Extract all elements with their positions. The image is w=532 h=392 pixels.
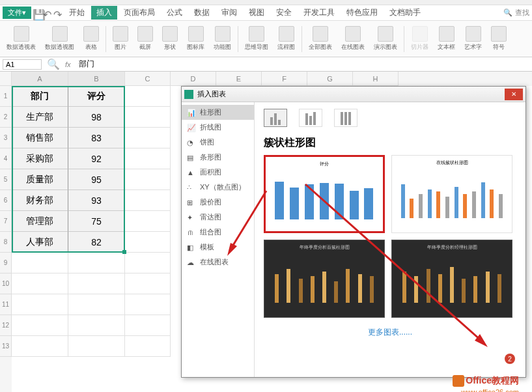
cell[interactable]: 采购部 xyxy=(12,148,68,169)
zoom-icon[interactable]: 🔍 xyxy=(47,58,60,70)
ribbon-table[interactable]: 表格 xyxy=(81,26,102,51)
row-header[interactable]: 5 xyxy=(0,169,12,190)
row-header[interactable]: 3 xyxy=(0,128,12,148)
chart-type-list: 📊柱形图 📈折线图 ◔饼图 ▤条形图 ▲面积图 ∴XY（散点图） ⊞股价图 ✦雷… xyxy=(182,102,255,377)
cell[interactable]: 质量部 xyxy=(12,169,68,190)
chart-type-bar[interactable]: ▤条形图 xyxy=(182,150,254,165)
tab-special[interactable]: 特色应用 xyxy=(341,6,383,20)
row-header[interactable]: 11 xyxy=(0,294,12,315)
cell[interactable]: 生产部 xyxy=(12,107,68,128)
search-box[interactable]: 🔍 查找 xyxy=(503,8,529,18)
chart-type-radar[interactable]: ✦雷达图 xyxy=(182,210,254,225)
row-header[interactable]: 2 xyxy=(0,107,12,128)
ribbon-textbox[interactable]: 文本框 xyxy=(435,26,458,51)
row-header[interactable]: 7 xyxy=(0,211,12,232)
preview-card[interactable]: 年终季度分析经理柱形图 xyxy=(391,240,512,318)
chart-type-scatter[interactable]: ∴XY（散点图） xyxy=(182,180,254,195)
close-button[interactable]: ✕ xyxy=(505,89,523,100)
formula-input[interactable]: 部门 xyxy=(76,58,529,70)
ribbon-mindmap[interactable]: 思维导图 xyxy=(242,26,271,51)
col-header[interactable]: B xyxy=(68,72,125,86)
cell[interactable]: 部门 xyxy=(12,86,68,107)
tab-formula[interactable]: 公式 xyxy=(161,6,188,20)
chart-type-online[interactable]: ☁在线图表 xyxy=(182,255,254,270)
chart-type-line[interactable]: 📈折线图 xyxy=(182,120,254,135)
ribbon-slicer[interactable]: 切片器 xyxy=(408,26,431,51)
cell[interactable]: 83 xyxy=(68,128,125,148)
subtype-stacked[interactable] xyxy=(299,109,322,127)
row-header[interactable]: 6 xyxy=(0,190,12,211)
qat-undo-icon[interactable]: ↶ xyxy=(43,8,52,18)
tab-security[interactable]: 安全 xyxy=(271,6,297,20)
qat-redo-icon[interactable]: ↷ xyxy=(53,8,63,18)
row-header[interactable]: 10 xyxy=(0,273,12,294)
cell[interactable]: 管理部 xyxy=(12,211,68,232)
col-header[interactable]: H xyxy=(353,72,399,86)
cell[interactable]: 评分 xyxy=(68,86,125,107)
tab-dev[interactable]: 开发工具 xyxy=(298,6,340,20)
fx-label[interactable]: fx xyxy=(65,61,71,68)
ribbon-picture[interactable]: 图片 xyxy=(110,26,131,51)
ribbon-pivottable[interactable]: 数据透视表 xyxy=(4,26,38,51)
ribbon-shapes[interactable]: 形状 xyxy=(160,26,180,51)
ribbon-pivotchart[interactable]: 数据透视图 xyxy=(42,26,77,51)
preview-card[interactable]: 年终季度分析百簇柱形图 xyxy=(264,240,385,318)
cell[interactable]: 98 xyxy=(68,107,125,128)
col-header[interactable]: C xyxy=(125,72,171,86)
tab-insert[interactable]: 插入 xyxy=(91,6,117,20)
cell[interactable]: 95 xyxy=(68,169,125,190)
line-chart-icon: 📈 xyxy=(187,124,196,132)
cell[interactable]: 82 xyxy=(68,232,125,253)
row-header[interactable]: 8 xyxy=(0,232,12,253)
chart-type-stock[interactable]: ⊞股价图 xyxy=(182,195,254,210)
tab-data[interactable]: 数据 xyxy=(189,6,215,20)
col-header[interactable]: A xyxy=(12,72,68,86)
cell[interactable]: 财务部 xyxy=(12,190,68,211)
qat-save-icon[interactable]: 💾 xyxy=(33,8,42,18)
row-header[interactable]: 9 xyxy=(0,253,12,273)
preview-card-title: 在线簇状柱形图 xyxy=(396,160,508,166)
ribbon-flowchart[interactable]: 流程图 xyxy=(275,26,298,51)
file-menu[interactable]: 文件 ▾ xyxy=(3,7,31,19)
radar-chart-icon: ✦ xyxy=(187,214,196,221)
ribbon-iconlib[interactable]: 图标库 xyxy=(184,26,207,51)
tab-layout[interactable]: 页面布局 xyxy=(119,6,160,20)
row-header[interactable]: 12 xyxy=(0,315,12,336)
chart-type-combo[interactable]: ⫙组合图 xyxy=(182,225,254,240)
ribbon-democharts[interactable]: 演示图表 xyxy=(371,26,400,51)
col-header[interactable]: F xyxy=(262,72,307,86)
subtype-100stacked[interactable] xyxy=(334,109,357,127)
ribbon-funcchart[interactable]: 功能图 xyxy=(211,26,234,51)
row-header[interactable]: 13 xyxy=(0,336,12,357)
cell[interactable]: 人事部 xyxy=(12,232,68,253)
row-header[interactable]: 4 xyxy=(0,148,12,169)
cell[interactable]: 93 xyxy=(68,190,125,211)
preview-card[interactable]: 在线簇状柱形图 xyxy=(391,155,512,233)
ribbon-symbol[interactable]: 符号 xyxy=(488,26,509,51)
ribbon-screenshot[interactable]: 截屏 xyxy=(135,26,156,51)
ribbon-allcharts[interactable]: 全部图表 xyxy=(306,26,335,51)
col-header[interactable]: D xyxy=(171,72,216,86)
tab-start[interactable]: 开始 xyxy=(64,6,90,20)
cell[interactable]: 92 xyxy=(68,148,125,169)
row-header[interactable]: 1 xyxy=(0,86,12,107)
ribbon-wordart[interactable]: 艺术字 xyxy=(462,26,484,51)
ribbon-onlinecharts[interactable]: 在线图表 xyxy=(339,26,367,51)
name-box[interactable] xyxy=(3,59,42,70)
col-header[interactable]: G xyxy=(307,72,353,86)
select-all-corner[interactable] xyxy=(0,72,12,86)
tab-view[interactable]: 视图 xyxy=(244,6,270,20)
subtype-clustered[interactable] xyxy=(264,109,287,127)
col-header[interactable]: E xyxy=(216,72,262,86)
more-charts-link[interactable]: 更多图表...... xyxy=(264,327,516,338)
cell[interactable]: 销售部 xyxy=(12,128,68,148)
cell[interactable]: 75 xyxy=(68,211,125,232)
chart-type-column[interactable]: 📊柱形图 xyxy=(182,105,254,120)
chart-type-area[interactable]: ▲面积图 xyxy=(182,165,254,180)
tab-review[interactable]: 审阅 xyxy=(216,6,242,20)
preview-card-selected[interactable]: 评分 xyxy=(264,155,385,233)
tab-dochelper[interactable]: 文档助手 xyxy=(384,6,426,20)
chart-type-template[interactable]: ◧模板 xyxy=(182,240,254,255)
dialog-titlebar[interactable]: 插入图表 ✕ xyxy=(182,87,525,102)
chart-type-pie[interactable]: ◔饼图 xyxy=(182,135,254,150)
